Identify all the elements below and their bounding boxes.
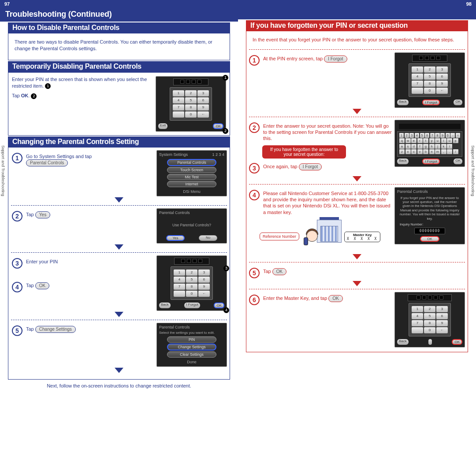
r-step-5-text: Tap OK (263, 267, 465, 275)
step-num-3: 3 (12, 258, 22, 269)
r-step-4-text: Please call Nintendo Customer Service at… (263, 189, 392, 215)
arrow-down-icon (115, 368, 123, 373)
step-2-text: Tap Yes (26, 210, 154, 218)
ds-screen-change-settings: Parental Controls Select the settings yo… (156, 323, 227, 367)
customer-service-illustration (302, 220, 342, 253)
reference-number-label: Reference Number (260, 233, 299, 240)
ds-r-keyboard: 1234567890-= qwertyuiop asdfghjkl zxcvbn… (394, 120, 465, 167)
chapter-title: Troubleshooting (Continued) (0, 8, 238, 22)
r-step-1: 1 (249, 55, 260, 66)
step-4-text: Tap OK (26, 281, 154, 289)
r-step-6: 6 (249, 295, 260, 305)
r-step-5: 5 (249, 268, 260, 278)
arrow-down-icon (353, 109, 361, 114)
section-change-setting: Changing the Parental Controls Setting (8, 137, 230, 148)
ds-screen-system-settings: System Settings1 2 3 4 Parental Controls… (156, 150, 227, 196)
step-num-4: 4 (12, 282, 22, 292)
arrow-down-icon (353, 254, 361, 259)
r-step-4: 4 (249, 190, 260, 200)
step-num-5: 5 (12, 325, 22, 336)
marker-1: 1 (45, 83, 51, 89)
arrow-down-icon (115, 244, 123, 250)
sidebar-label-right: Support and Troubleshooting (471, 145, 475, 196)
pill-iforgot-1: I Forgot (324, 55, 347, 63)
ds-screen-use-pc: Parental Controls Use Parental Controls?… (156, 208, 227, 244)
pill-iforgot-2: I Forgot (299, 163, 322, 170)
page-number-right: 98 (466, 1, 472, 7)
left-footer: Next, follow the on-screen instructions … (8, 380, 230, 389)
r-step-1-text: At the PIN entry screen, tap I Forgot (263, 54, 392, 63)
pill-yes: Yes (35, 211, 50, 218)
arrow-down-icon (115, 312, 123, 317)
step-5-text: Tap Change Settings (26, 325, 154, 333)
r-step-2: 2 (249, 122, 260, 133)
arrow-down-icon (353, 281, 361, 286)
section-how-to: How to Disable Parental Controls (8, 22, 230, 33)
step-num-1: 1 (12, 153, 22, 163)
step-1-text: Go to System Settings and tap Parental C… (26, 152, 154, 166)
temp-step2: Tap OK. 2 (12, 92, 152, 99)
pill-ok-r6: OK (328, 295, 342, 302)
arrow-down-icon (115, 197, 123, 203)
ds-r-masterkey: 1234567890← BackOK (394, 292, 465, 347)
pill-ok-r5: OK (272, 268, 286, 275)
section-temp-disable: Temporarily Disabling Parental Controls (8, 61, 230, 72)
how-to-body: There are two ways to disable Parental C… (11, 36, 227, 55)
marker-2: 2 (31, 93, 37, 99)
pill-ok: OK (35, 282, 49, 289)
ds-screen-pin-exit-ok: 1234567890← ExitOK 1 2 (156, 76, 226, 132)
r-step-3-text: Once again, tap I Forgot (263, 162, 392, 170)
step-3-text: Enter your PIN (26, 257, 154, 265)
pill-parental-controls: Parental Controls (26, 159, 68, 166)
r-step-2-text: Enter the answer to your secret question… (263, 122, 392, 142)
step-num-2: 2 (12, 211, 22, 221)
r-step-3: 3 (249, 163, 260, 173)
pill-change-settings: Change Settings (35, 326, 76, 333)
r-step-6-text: Enter the Master Key, and tap OK (263, 294, 392, 302)
ds-screen-enter-pin: 1234567890← BackI ForgotOK 3 4 (156, 255, 227, 311)
ds-r-inquiry: Parental Controls If you forget your PIN… (394, 187, 465, 244)
temp-step1: Enter your PIN at the screen that is sho… (12, 76, 152, 89)
master-key-bubble: Master Key X X X X X (344, 232, 380, 242)
page-number-left: 97 (4, 1, 10, 7)
section-forgot-pin: If you have forgotten your PIN or secret… (246, 20, 468, 31)
arrow-down-icon (353, 176, 361, 181)
forgot-answer-note: If you have forgotten the answer to your… (262, 145, 346, 159)
ds-r-pin: 1234567890← BackI ForgotOK (394, 52, 465, 108)
sidebar-label-left: Support and Troubleshooting (1, 145, 5, 196)
forgot-intro: In the event that you forget your PIN or… (249, 34, 465, 47)
